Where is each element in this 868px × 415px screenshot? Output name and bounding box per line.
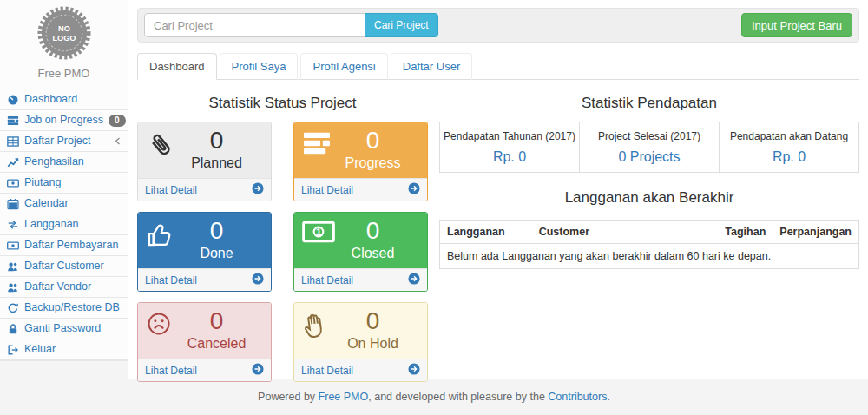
lock-icon [7, 323, 19, 335]
logo-text-line2: LOGO [52, 34, 76, 43]
brand-name: Free PMO [0, 67, 128, 80]
sidebar-item-daftar-vendor[interactable]: Daftar Vendor [0, 277, 128, 298]
thumbs-up-icon [146, 221, 175, 254]
paperclip-icon [146, 130, 177, 165]
sidebar-item-dashboard[interactable]: Dashboard [0, 89, 128, 110]
stat-label: Pendapatan akan Datang [723, 130, 855, 142]
free-pmo-link[interactable]: Free PMO [319, 391, 369, 403]
search-group: Cari Project [144, 13, 438, 37]
sidebar-item-label: Daftar Pembayaran [24, 239, 118, 252]
sidebar-item-job-on-progress[interactable]: Job on Progress 0 [0, 110, 128, 131]
sidebar-item-label: Daftar Project [24, 135, 90, 148]
tab-bar: Dashboard Profil Saya Profil Agensi Daft… [137, 53, 859, 80]
logo-text-line1: NO [58, 24, 70, 33]
chevron-left-icon [115, 137, 121, 145]
arrow-circle-right-icon[interactable] [408, 273, 420, 287]
stat-value: Rp. 0 [444, 149, 575, 165]
status-card-footer: Lihat Detail [138, 178, 271, 201]
subscription-header-row: Langganan Customer Tagihan Perpanjangan [440, 221, 858, 244]
status-label: On Hold [319, 334, 427, 352]
search-button[interactable]: Cari Project [365, 13, 438, 37]
income-column: Statistik Pendapatan Pendapatan Tahunan … [439, 80, 859, 382]
lihat-detail-link[interactable]: Lihat Detail [301, 274, 353, 287]
tab-profil-agensi[interactable]: Profil Agensi [300, 53, 387, 80]
sidebar-item-ganti-password[interactable]: Ganti Password [0, 319, 128, 339]
tab-profil-saya[interactable]: Profil Saya [220, 53, 299, 80]
lihat-detail-link[interactable]: Lihat Detail [145, 365, 197, 377]
col-customer: Customer [532, 221, 719, 244]
tasks-icon [7, 115, 19, 127]
money-icon [7, 240, 19, 252]
sidebar-item-langganan[interactable]: Langganan [0, 214, 128, 235]
arrow-circle-right-icon[interactable] [252, 182, 264, 197]
status-label: Planned [162, 154, 271, 172]
contributors-link[interactable]: Contributors [548, 391, 607, 403]
income-stats-table: Pendapatan Tahunan (2017) Rp. 0 Project … [439, 122, 859, 173]
sidebar-item-calendar[interactable]: Calendar [0, 194, 128, 214]
arrow-circle-right-icon[interactable] [252, 363, 264, 378]
lihat-detail-link[interactable]: Lihat Detail [301, 365, 353, 377]
arrow-circle-right-icon[interactable] [408, 363, 420, 378]
status-card-body: 0 Done [138, 213, 271, 268]
sidebar-item-daftar-pembayaran[interactable]: Daftar Pembayaran [0, 235, 128, 256]
status-card-planned: 0 Planned Lihat Detail [137, 122, 272, 201]
sign-out-icon [7, 344, 19, 356]
stat-label: Project Selesai (2017) [583, 130, 715, 142]
stat-label: Pendapatan Tahunan (2017) [444, 130, 575, 142]
sidebar-item-daftar-project[interactable]: Daftar Project [0, 131, 128, 152]
main-content: Cari Project Input Project Baru Dashboar… [128, 0, 868, 379]
status-card-done: 0 Done Lihat Detail [137, 212, 272, 292]
footer-text: Powered by [258, 391, 318, 403]
sidebar-item-label: Daftar Vendor [24, 280, 91, 293]
lihat-detail-link[interactable]: Lihat Detail [145, 184, 197, 196]
line-chart-icon [7, 156, 19, 168]
arrow-circle-right-icon[interactable] [408, 182, 420, 197]
col-tagihan: Tagihan [718, 221, 773, 244]
sidebar: NO LOGO Free PMO Dashboard Job on Progre… [0, 0, 128, 361]
users-icon [7, 281, 19, 293]
sidebar-item-penghasilan[interactable]: Penghasilan [0, 152, 128, 173]
page-footer: Powered by Free PMO, and developed with … [0, 391, 868, 403]
footer-text: , and developed with pleasure by the [368, 391, 548, 403]
subscription-table: Langganan Customer Tagihan Perpanjangan … [440, 221, 858, 268]
refresh-icon [7, 302, 19, 314]
search-input[interactable] [144, 13, 365, 37]
sidebar-item-daftar-customer[interactable]: Daftar Customer [0, 256, 128, 277]
users-icon [7, 260, 19, 273]
input-project-baru-button[interactable]: Input Project Baru [741, 13, 852, 37]
status-cards-grid: 0 Planned Lihat Detail 0 Progress [137, 122, 428, 382]
status-card-footer: Lihat Detail [294, 178, 427, 201]
lihat-detail-link[interactable]: Lihat Detail [301, 184, 353, 196]
tab-dashboard[interactable]: Dashboard [137, 53, 217, 80]
sidebar-item-backup-restore[interactable]: Backup/Restore DB [0, 298, 128, 319]
status-count: 0 [162, 217, 271, 244]
app-logo: NO LOGO [0, 0, 128, 63]
status-count: 0 [162, 307, 271, 334]
sidebar-item-label: Job on Progress [24, 114, 103, 127]
arrow-circle-right-icon[interactable] [252, 273, 264, 287]
status-label: Done [162, 244, 271, 262]
subscription-empty-message: Belum ada Langganan yang akan berakhir d… [440, 244, 858, 269]
income-section-title: Statistik Pendapatan [439, 95, 859, 112]
sidebar-item-keluar[interactable]: Keluar [0, 339, 128, 360]
status-card-body: 0 Canceled [138, 303, 271, 359]
lihat-detail-link[interactable]: Lihat Detail [145, 274, 197, 287]
sidebar-item-label: Dashboard [24, 93, 77, 106]
status-count: 0 [319, 307, 427, 334]
subscription-table-wrap: Langganan Customer Tagihan Perpanjangan … [439, 220, 859, 269]
tab-daftar-user[interactable]: Daftar User [391, 53, 472, 80]
stat-cell-pendapatan-tahunan: Pendapatan Tahunan (2017) Rp. 0 [440, 122, 580, 172]
status-card-canceled: 0 Canceled Lihat Detail [137, 302, 272, 382]
calendar-icon [7, 198, 19, 210]
money-icon [7, 177, 19, 189]
stat-cell-project-selesai: Project Selesai (2017) 0 Projects [580, 122, 720, 172]
subscription-section-title: Langganan akan Berakhir [439, 189, 859, 207]
status-card-footer: Lihat Detail [294, 359, 427, 381]
status-card-progress: 0 Progress Lihat Detail [293, 122, 428, 201]
sidebar-item-label: Calendar [24, 197, 69, 210]
sidebar-item-label: Penghasilan [24, 155, 84, 168]
sidebar-item-piutang[interactable]: Piutang [0, 173, 128, 194]
status-column: Statistik Status Project 0 Planned Lihat… [137, 80, 428, 382]
status-card-body: 0 On Hold [294, 303, 427, 359]
footer-text: . [607, 391, 609, 403]
